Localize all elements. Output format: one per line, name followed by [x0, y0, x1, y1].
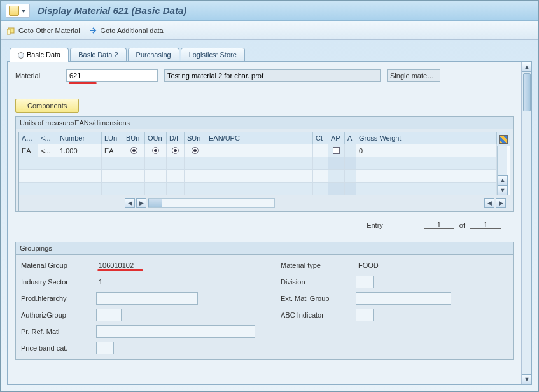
division-field[interactable] [356, 276, 374, 288]
tab-indicator-icon [18, 52, 24, 59]
goto-additional-label: Goto Additional data [101, 27, 164, 34]
checkbox-icon [333, 147, 340, 154]
cell-oun[interactable] [145, 144, 167, 157]
grid-row-empty[interactable] [19, 157, 497, 170]
grid-row-empty[interactable] [19, 183, 497, 195]
titlebar-button-group[interactable] [6, 4, 30, 18]
entry-total: 1 [470, 221, 501, 229]
components-button[interactable]: Components [15, 99, 79, 113]
price-band-field[interactable] [96, 342, 114, 354]
col-gross-weight[interactable]: Gross Weight [356, 132, 497, 144]
grid-row-1[interactable]: EA <... 1.000 EA [19, 144, 497, 157]
highlight-underline [69, 82, 97, 84]
col-lun[interactable]: LUn [102, 132, 123, 144]
scroll-right-end-button[interactable]: ▶ [496, 198, 506, 208]
radio-icon [172, 147, 179, 154]
pr-ref-matl-field[interactable] [96, 325, 255, 338]
col-a[interactable]: A... [19, 132, 38, 144]
pr-ref-matl-label: Pr. Ref. Matl [21, 328, 91, 335]
material-description-field[interactable] [164, 69, 381, 82]
authoriz-group-label: AuthorizGroup [21, 311, 91, 319]
goto-other-material-button[interactable]: Goto Other Material [7, 26, 80, 35]
grid-vscrollbar[interactable]: ▲ ▼ [497, 146, 507, 195]
material-type-label: Material type [281, 262, 351, 269]
uom-title: Units of measure/EANs/dimensions [16, 117, 513, 129]
ext-matl-group-row: Ext. Matl Group [281, 291, 451, 305]
single-mate-field[interactable]: Single mate… [387, 69, 440, 82]
tab-label: Logistics: Store [189, 51, 237, 59]
industry-sector-value: 1 [96, 278, 105, 286]
scroll-down-button[interactable]: ▼ [498, 185, 508, 195]
radio-icon [152, 147, 159, 154]
tab-basic-data-2[interactable]: Basic Data 2 [70, 48, 126, 61]
hscroll-track[interactable] [148, 198, 275, 208]
radio-icon [192, 147, 199, 154]
panel-vscrollbar[interactable]: ▲ ▼ [521, 62, 531, 384]
grid-row-empty[interactable] [19, 170, 497, 183]
title-bar: Display Material 621 (Basic Data) [1, 1, 538, 21]
authoriz-group-field[interactable] [96, 309, 122, 321]
tab-purchasing[interactable]: Purchasing [128, 48, 179, 61]
col-eanupc[interactable]: EAN/UPC [206, 132, 313, 144]
cell-bun[interactable] [123, 144, 145, 157]
toolbar: Goto Other Material Goto Additional data [1, 21, 538, 40]
ext-matl-group-label: Ext. Matl Group [281, 295, 351, 302]
menu-dropdown-icon[interactable] [20, 6, 27, 16]
groupings-box: Groupings Material Group 106010102 Indus… [15, 242, 514, 360]
price-band-label: Price band cat. [21, 344, 91, 352]
grid-hscroll: ◀ ▶ ◀ ▶ [19, 195, 510, 211]
tab-logistics-store[interactable]: Logistics: Store [181, 48, 245, 61]
hscroll-thumb[interactable] [148, 199, 162, 207]
authoriz-group-row: AuthorizGroup [21, 308, 255, 322]
col-arrow[interactable]: <... [38, 132, 57, 144]
scroll-left-end-button[interactable]: ◀ [484, 198, 494, 208]
division-row: Division [281, 275, 451, 289]
col-ap[interactable]: AP [328, 132, 345, 144]
scroll-left-button[interactable]: ◀ [125, 198, 135, 208]
col-oun[interactable]: OUn [145, 132, 167, 144]
col-di[interactable]: D/I [167, 132, 185, 144]
uom-grid: A... <... Number LUn BUn OUn D/I SUn EAN [18, 132, 510, 211]
sap-window: Display Material 621 (Basic Data) Goto O… [0, 0, 539, 392]
division-label: Division [281, 278, 351, 286]
goto-other-label: Goto Other Material [18, 27, 80, 34]
col-bun[interactable]: BUn [123, 132, 145, 144]
grid-header-row: A... <... Number LUn BUn OUn D/I SUn EAN [19, 132, 497, 144]
material-type-value: FOOD [356, 262, 381, 269]
cell-eanupc [206, 144, 313, 157]
scroll-up-button[interactable]: ▲ [522, 62, 532, 72]
col-sun[interactable]: SUn [185, 132, 206, 144]
tab-basic-data[interactable]: Basic Data [10, 48, 69, 62]
groupings-right-col: Material type FOOD Division Ext. Matl Gr… [281, 258, 451, 355]
col-ct[interactable]: Ct [313, 132, 328, 144]
scroll-thumb[interactable] [523, 73, 531, 111]
groupings-left-col: Material Group 106010102 Industry Sector… [21, 258, 255, 355]
radio-icon [130, 147, 137, 154]
uom-groupbox: Units of measure/EANs/dimensions A... <.… [15, 116, 514, 212]
cell-number: 1.000 [57, 144, 102, 157]
cell-sun[interactable] [185, 144, 206, 157]
material-group-row: Material Group 106010102 [21, 258, 255, 272]
components-row: Components [15, 99, 514, 113]
tab-label: Basic Data 2 [78, 51, 118, 59]
material-field[interactable] [66, 69, 158, 82]
cell-arrow: <... [38, 144, 57, 157]
table-config-button[interactable] [497, 132, 510, 146]
material-header-row: Material Single mate… [15, 69, 514, 82]
col-number[interactable]: Number [57, 132, 102, 144]
cell-di[interactable] [167, 144, 185, 157]
ext-matl-group-field[interactable] [356, 292, 451, 305]
prod-hierarchy-field[interactable] [96, 292, 198, 305]
cell-ap[interactable] [328, 144, 345, 157]
col-a2[interactable]: A [345, 132, 356, 144]
scroll-right-button[interactable]: ▶ [136, 198, 146, 208]
material-group-label: Material Group [21, 262, 91, 269]
highlight-underline [97, 269, 143, 271]
menu-icon[interactable] [9, 6, 19, 16]
industry-sector-row: Industry Sector 1 [21, 275, 255, 289]
abc-indicator-field[interactable] [356, 309, 374, 321]
goto-additional-data-button[interactable]: Goto Additional data [89, 26, 164, 35]
scroll-down-button[interactable]: ▼ [522, 374, 532, 384]
groupings-body: Material Group 106010102 Industry Sector… [16, 255, 513, 359]
scroll-up-button[interactable]: ▲ [498, 175, 508, 185]
